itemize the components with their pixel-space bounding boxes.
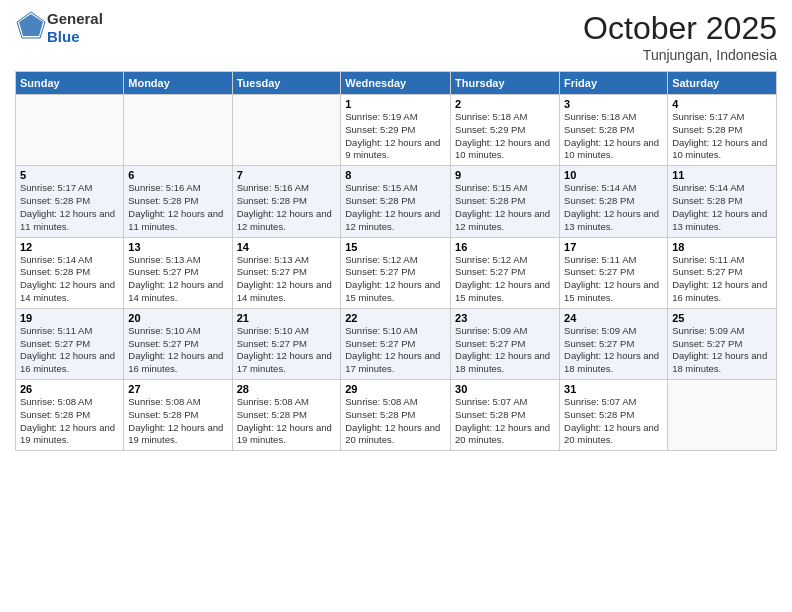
day-number: 25: [672, 312, 772, 324]
day-info: Sunrise: 5:14 AM Sunset: 5:28 PM Dayligh…: [672, 182, 772, 233]
logo-icon: [15, 10, 47, 42]
day-number: 4: [672, 98, 772, 110]
table-row: 31Sunrise: 5:07 AM Sunset: 5:28 PM Dayli…: [560, 380, 668, 451]
table-row: [124, 95, 232, 166]
col-thursday: Thursday: [451, 72, 560, 95]
day-number: 3: [564, 98, 663, 110]
day-number: 7: [237, 169, 337, 181]
svg-marker-0: [19, 14, 43, 36]
table-row: 28Sunrise: 5:08 AM Sunset: 5:28 PM Dayli…: [232, 380, 341, 451]
day-number: 31: [564, 383, 663, 395]
day-number: 10: [564, 169, 663, 181]
table-row: 8Sunrise: 5:15 AM Sunset: 5:28 PM Daylig…: [341, 166, 451, 237]
day-number: 26: [20, 383, 119, 395]
day-info: Sunrise: 5:12 AM Sunset: 5:27 PM Dayligh…: [455, 254, 555, 305]
table-row: 15Sunrise: 5:12 AM Sunset: 5:27 PM Dayli…: [341, 237, 451, 308]
table-row: 6Sunrise: 5:16 AM Sunset: 5:28 PM Daylig…: [124, 166, 232, 237]
calendar-week-row: 26Sunrise: 5:08 AM Sunset: 5:28 PM Dayli…: [16, 380, 777, 451]
table-row: 9Sunrise: 5:15 AM Sunset: 5:28 PM Daylig…: [451, 166, 560, 237]
day-info: Sunrise: 5:14 AM Sunset: 5:28 PM Dayligh…: [564, 182, 663, 233]
day-info: Sunrise: 5:09 AM Sunset: 5:27 PM Dayligh…: [672, 325, 772, 376]
calendar-week-row: 5Sunrise: 5:17 AM Sunset: 5:28 PM Daylig…: [16, 166, 777, 237]
col-friday: Friday: [560, 72, 668, 95]
day-number: 2: [455, 98, 555, 110]
table-row: 30Sunrise: 5:07 AM Sunset: 5:28 PM Dayli…: [451, 380, 560, 451]
day-info: Sunrise: 5:08 AM Sunset: 5:28 PM Dayligh…: [128, 396, 227, 447]
day-info: Sunrise: 5:19 AM Sunset: 5:29 PM Dayligh…: [345, 111, 446, 162]
day-number: 9: [455, 169, 555, 181]
day-number: 30: [455, 383, 555, 395]
day-number: 13: [128, 241, 227, 253]
day-number: 24: [564, 312, 663, 324]
day-info: Sunrise: 5:07 AM Sunset: 5:28 PM Dayligh…: [455, 396, 555, 447]
day-number: 8: [345, 169, 446, 181]
day-info: Sunrise: 5:18 AM Sunset: 5:28 PM Dayligh…: [564, 111, 663, 162]
day-number: 12: [20, 241, 119, 253]
title-section: October 2025 Tunjungan, Indonesia: [583, 10, 777, 63]
day-number: 15: [345, 241, 446, 253]
day-number: 29: [345, 383, 446, 395]
day-number: 17: [564, 241, 663, 253]
day-info: Sunrise: 5:07 AM Sunset: 5:28 PM Dayligh…: [564, 396, 663, 447]
day-info: Sunrise: 5:14 AM Sunset: 5:28 PM Dayligh…: [20, 254, 119, 305]
day-number: 21: [237, 312, 337, 324]
table-row: 27Sunrise: 5:08 AM Sunset: 5:28 PM Dayli…: [124, 380, 232, 451]
calendar-week-row: 1Sunrise: 5:19 AM Sunset: 5:29 PM Daylig…: [16, 95, 777, 166]
col-tuesday: Tuesday: [232, 72, 341, 95]
day-info: Sunrise: 5:16 AM Sunset: 5:28 PM Dayligh…: [128, 182, 227, 233]
table-row: 21Sunrise: 5:10 AM Sunset: 5:27 PM Dayli…: [232, 308, 341, 379]
day-info: Sunrise: 5:17 AM Sunset: 5:28 PM Dayligh…: [672, 111, 772, 162]
day-info: Sunrise: 5:11 AM Sunset: 5:27 PM Dayligh…: [20, 325, 119, 376]
table-row: 1Sunrise: 5:19 AM Sunset: 5:29 PM Daylig…: [341, 95, 451, 166]
day-info: Sunrise: 5:16 AM Sunset: 5:28 PM Dayligh…: [237, 182, 337, 233]
day-info: Sunrise: 5:08 AM Sunset: 5:28 PM Dayligh…: [345, 396, 446, 447]
day-info: Sunrise: 5:13 AM Sunset: 5:27 PM Dayligh…: [128, 254, 227, 305]
day-info: Sunrise: 5:15 AM Sunset: 5:28 PM Dayligh…: [345, 182, 446, 233]
day-number: 14: [237, 241, 337, 253]
table-row: 14Sunrise: 5:13 AM Sunset: 5:27 PM Dayli…: [232, 237, 341, 308]
day-info: Sunrise: 5:10 AM Sunset: 5:27 PM Dayligh…: [128, 325, 227, 376]
day-info: Sunrise: 5:11 AM Sunset: 5:27 PM Dayligh…: [564, 254, 663, 305]
table-row: 16Sunrise: 5:12 AM Sunset: 5:27 PM Dayli…: [451, 237, 560, 308]
table-row: 20Sunrise: 5:10 AM Sunset: 5:27 PM Dayli…: [124, 308, 232, 379]
table-row: 17Sunrise: 5:11 AM Sunset: 5:27 PM Dayli…: [560, 237, 668, 308]
day-info: Sunrise: 5:10 AM Sunset: 5:27 PM Dayligh…: [345, 325, 446, 376]
day-info: Sunrise: 5:08 AM Sunset: 5:28 PM Dayligh…: [237, 396, 337, 447]
table-row: 26Sunrise: 5:08 AM Sunset: 5:28 PM Dayli…: [16, 380, 124, 451]
day-number: 28: [237, 383, 337, 395]
day-info: Sunrise: 5:09 AM Sunset: 5:27 PM Dayligh…: [564, 325, 663, 376]
table-row: 5Sunrise: 5:17 AM Sunset: 5:28 PM Daylig…: [16, 166, 124, 237]
day-number: 19: [20, 312, 119, 324]
logo-blue: Blue: [47, 28, 80, 45]
page: General Blue October 2025 Tunjungan, Ind…: [0, 0, 792, 612]
day-info: Sunrise: 5:11 AM Sunset: 5:27 PM Dayligh…: [672, 254, 772, 305]
table-row: 19Sunrise: 5:11 AM Sunset: 5:27 PM Dayli…: [16, 308, 124, 379]
day-info: Sunrise: 5:15 AM Sunset: 5:28 PM Dayligh…: [455, 182, 555, 233]
table-row: 12Sunrise: 5:14 AM Sunset: 5:28 PM Dayli…: [16, 237, 124, 308]
table-row: 13Sunrise: 5:13 AM Sunset: 5:27 PM Dayli…: [124, 237, 232, 308]
location: Tunjungan, Indonesia: [583, 47, 777, 63]
calendar-table: Sunday Monday Tuesday Wednesday Thursday…: [15, 71, 777, 451]
day-number: 27: [128, 383, 227, 395]
day-number: 20: [128, 312, 227, 324]
table-row: [16, 95, 124, 166]
day-info: Sunrise: 5:17 AM Sunset: 5:28 PM Dayligh…: [20, 182, 119, 233]
col-sunday: Sunday: [16, 72, 124, 95]
day-info: Sunrise: 5:12 AM Sunset: 5:27 PM Dayligh…: [345, 254, 446, 305]
day-number: 11: [672, 169, 772, 181]
table-row: 4Sunrise: 5:17 AM Sunset: 5:28 PM Daylig…: [668, 95, 777, 166]
table-row: 3Sunrise: 5:18 AM Sunset: 5:28 PM Daylig…: [560, 95, 668, 166]
day-info: Sunrise: 5:08 AM Sunset: 5:28 PM Dayligh…: [20, 396, 119, 447]
table-row: [668, 380, 777, 451]
table-row: 2Sunrise: 5:18 AM Sunset: 5:29 PM Daylig…: [451, 95, 560, 166]
day-number: 22: [345, 312, 446, 324]
table-row: 18Sunrise: 5:11 AM Sunset: 5:27 PM Dayli…: [668, 237, 777, 308]
table-row: 22Sunrise: 5:10 AM Sunset: 5:27 PM Dayli…: [341, 308, 451, 379]
table-row: 29Sunrise: 5:08 AM Sunset: 5:28 PM Dayli…: [341, 380, 451, 451]
table-row: 25Sunrise: 5:09 AM Sunset: 5:27 PM Dayli…: [668, 308, 777, 379]
table-row: 11Sunrise: 5:14 AM Sunset: 5:28 PM Dayli…: [668, 166, 777, 237]
day-info: Sunrise: 5:10 AM Sunset: 5:27 PM Dayligh…: [237, 325, 337, 376]
table-row: 23Sunrise: 5:09 AM Sunset: 5:27 PM Dayli…: [451, 308, 560, 379]
day-info: Sunrise: 5:13 AM Sunset: 5:27 PM Dayligh…: [237, 254, 337, 305]
table-row: 10Sunrise: 5:14 AM Sunset: 5:28 PM Dayli…: [560, 166, 668, 237]
